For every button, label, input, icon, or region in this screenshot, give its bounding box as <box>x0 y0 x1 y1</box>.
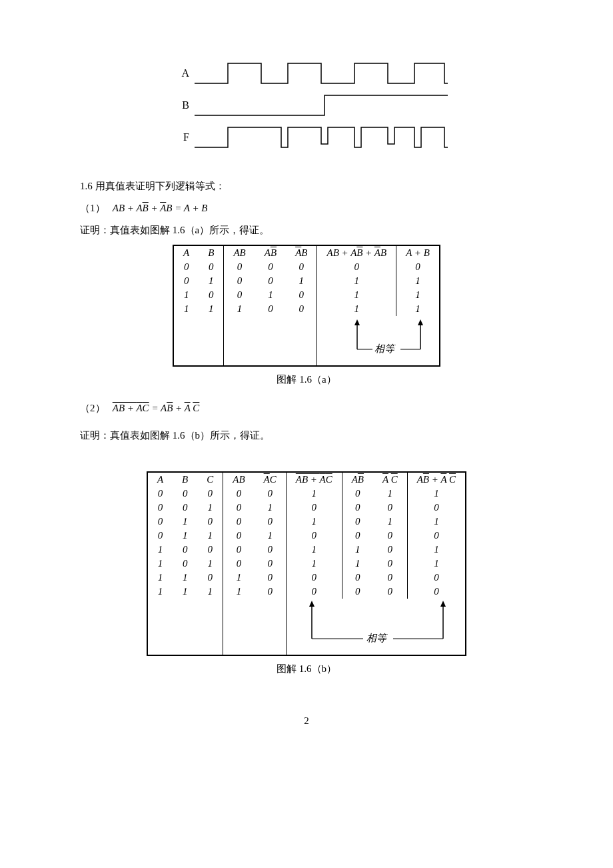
waveform-diagram: A B F <box>173 60 533 151</box>
proof-1: 证明：真值表如图解 1.6（a）所示，得证。 <box>80 221 533 239</box>
p2-number: （2） <box>80 403 105 413</box>
wave-f <box>195 124 448 151</box>
svg-marker-3 <box>418 319 423 325</box>
truth-table-a: AB ABABAB AB + AB + AB A + B 0000000 010… <box>173 245 440 367</box>
equal-label-b: 相等 <box>366 632 386 645</box>
equation-1: （1） AB + AB + AB = A + B <box>80 199 533 217</box>
proof-2: 证明：真值表如图解 1.6（b）所示，得证。 <box>80 427 533 445</box>
wave-b <box>195 92 448 119</box>
svg-marker-7 <box>309 601 314 607</box>
wave-label-f: F <box>173 131 189 143</box>
svg-marker-9 <box>440 601 446 607</box>
equal-arrows-a <box>317 316 437 363</box>
svg-marker-1 <box>354 319 360 325</box>
caption-a: 图解 1.6（a） <box>80 373 533 386</box>
page-number: 2 <box>80 715 533 727</box>
equal-label-a: 相等 <box>374 343 394 355</box>
problem-intro: 1.6 用真值表证明下列逻辑等式： <box>80 177 533 195</box>
wave-label-a: A <box>173 67 189 79</box>
truth-table-b: ABC ABAC AB + AC ABA C AB + A C 00000101… <box>147 471 466 656</box>
p1-number: （1） <box>80 203 105 213</box>
wave-label-b: B <box>173 99 189 111</box>
caption-b: 图解 1.6（b） <box>80 663 533 675</box>
equation-2: （2） AB + AC = AB + A C <box>80 399 533 417</box>
wave-a <box>195 60 448 87</box>
